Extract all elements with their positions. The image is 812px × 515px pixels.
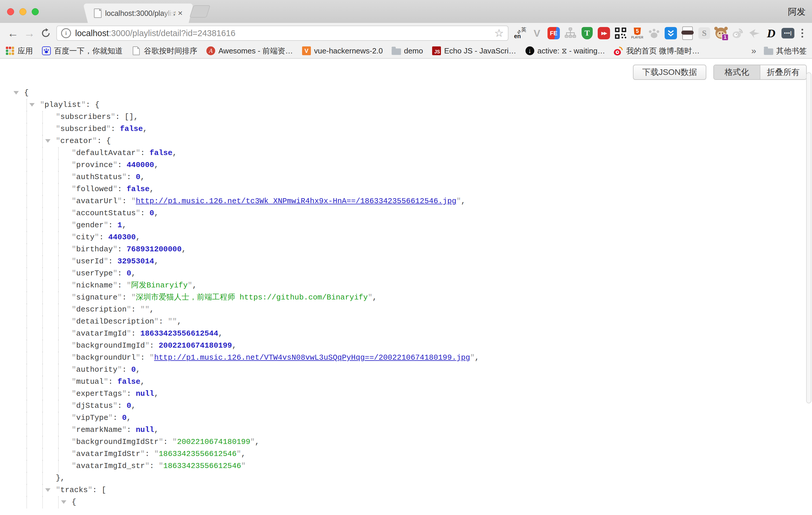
collapse-triangle-icon[interactable]: [61, 500, 66, 504]
json-token: :: [149, 462, 158, 470]
collapse-all-button[interactable]: 折叠所有: [760, 65, 806, 79]
json-line: "defaultAvatar": false,: [0, 147, 793, 159]
indent-guide: [42, 388, 43, 400]
json-token: backgroundImgIdStr: [76, 437, 159, 446]
indent-guide: [58, 424, 59, 436]
translate-icon[interactable]: 英en⇄: [514, 26, 527, 40]
reload-button[interactable]: [37, 25, 54, 41]
onepassword-icon[interactable]: •••|: [781, 26, 794, 40]
json-line: "detailDescription": "",: [0, 316, 793, 328]
weibo-gray-icon[interactable]: [731, 26, 744, 40]
collapse-triangle-icon[interactable]: [29, 103, 35, 107]
bookmark-item[interactable]: AAwesomes - 前端资…: [206, 46, 293, 56]
json-token: 0: [136, 173, 140, 181]
bookmark-label: Awesomes - 前端资…: [219, 46, 293, 56]
json-line: "authority": 0,: [0, 364, 793, 376]
fehelper-icon[interactable]: FE: [547, 26, 560, 40]
json-token: :: [117, 185, 126, 194]
window-zoom-button[interactable]: [32, 8, 39, 15]
json-token: 440000: [126, 161, 154, 169]
download-json-button[interactable]: 下载JSON数据: [633, 65, 706, 80]
format-button[interactable]: 格式化: [714, 65, 760, 79]
indent-guide: [26, 424, 27, 436]
video-speed-icon[interactable]: ▶▶: [598, 26, 610, 40]
indent-guide: [42, 147, 43, 159]
json-token: ,: [122, 221, 127, 230]
forward-button[interactable]: →: [21, 25, 37, 41]
new-tab-button[interactable]: [190, 5, 210, 18]
collapse-triangle-icon[interactable]: [13, 91, 19, 94]
paw-icon[interactable]: [647, 26, 661, 40]
monkey-icon[interactable]: 1: [715, 26, 727, 40]
json-token: ": [117, 293, 122, 302]
indent-guide: [58, 280, 59, 291]
bookmarks-overflow-chevron[interactable]: »: [751, 46, 756, 56]
indent-guide: [26, 123, 27, 135]
indent-guide: [42, 472, 43, 484]
bookmark-item[interactable]: demo: [392, 46, 423, 56]
bookmark-item[interactable]: Vvue-hackernews-2.0: [302, 46, 383, 56]
letter-s-icon[interactable]: S: [698, 26, 711, 40]
json-token: ": [71, 401, 76, 410]
browser-tab[interactable]: localhost:3000/playlist/detail?i ×: [90, 3, 187, 23]
bookmark-item[interactable]: JSEcho JS - JavaScri…: [432, 46, 516, 56]
browser-profile-name[interactable]: 阿发: [788, 6, 806, 18]
browser-menu-button[interactable]: [797, 26, 807, 40]
json-token: userId: [76, 257, 104, 266]
window-close-button[interactable]: [7, 8, 14, 15]
collapse-triangle-icon[interactable]: [45, 139, 51, 143]
json-token: ": [56, 124, 60, 133]
letter-d-icon[interactable]: D: [765, 26, 778, 40]
qrcode-icon[interactable]: [614, 26, 627, 40]
other-bookmarks-folder[interactable]: 其他书签: [764, 46, 807, 56]
bookmark-item[interactable]: 谷歌按时间排序: [132, 46, 197, 56]
indent-guide: [58, 183, 59, 195]
html5-player-icon[interactable]: 5PLAYER: [631, 26, 644, 40]
json-token: ,: [182, 245, 186, 254]
bookmark-item[interactable]: 百度一下，你就知道: [42, 46, 123, 56]
json-token: djStatus: [76, 401, 113, 410]
sitemap-icon[interactable]: [564, 26, 577, 40]
indent-guide: [58, 364, 59, 376]
download-arrows-icon[interactable]: [664, 26, 677, 40]
tab-close-icon[interactable]: ×: [178, 9, 182, 17]
bookmark-item[interactable]: ↓active: ⧖ - waiting…: [525, 46, 605, 56]
green-shield-icon[interactable]: T: [581, 26, 593, 40]
indent-guide: [58, 448, 59, 460]
window-minimize-button[interactable]: [19, 8, 26, 15]
json-token: ,: [136, 233, 140, 241]
json-link[interactable]: http://p1.music.126.net/tc3Wk_XNPmwiR4hx…: [136, 197, 456, 205]
bookmark-star-icon[interactable]: ☆: [494, 28, 504, 38]
back-button[interactable]: ←: [5, 25, 21, 41]
json-token: 32953014: [117, 257, 154, 266]
json-line: "backgroundImgId": 2002210674180199,: [0, 340, 793, 352]
json-link[interactable]: http://p1.music.126.net/VTW4vsN08vwL3uSQ…: [154, 353, 470, 362]
indent-guide: [58, 460, 59, 472]
json-token: ": [111, 112, 115, 121]
collapse-triangle-icon[interactable]: [45, 488, 51, 492]
json-token: ": [136, 209, 140, 218]
json-token: ,: [131, 269, 136, 278]
json-token: 阿发Binaryify: [131, 281, 187, 290]
scrollbar-thumb[interactable]: [806, 72, 811, 403]
bookmark-item[interactable]: 我的首页 微博-随时…: [614, 46, 700, 56]
json-token: ": [113, 185, 117, 194]
address-bar[interactable]: i localhost:3000/playlist/detail?id=2438…: [56, 26, 509, 41]
json-token: ,: [154, 161, 159, 169]
json-line: "nickname": "阿发Binaryify",: [0, 280, 793, 291]
json-token: ": [187, 281, 192, 290]
json-token: ": [149, 353, 154, 362]
json-token: :: [163, 437, 172, 446]
indent-guide: [42, 280, 43, 291]
vue-icon[interactable]: V: [530, 26, 543, 40]
json-token: ": [71, 329, 76, 338]
hummingbird-icon[interactable]: [748, 26, 761, 40]
json-token: :: [122, 293, 131, 302]
json-token: ,: [218, 329, 223, 338]
indent-guide: [26, 159, 27, 171]
json-token: 1: [117, 221, 122, 230]
page-info-icon[interactable]: i: [61, 28, 71, 38]
masked-page-icon[interactable]: [681, 26, 694, 40]
bookmark-item[interactable]: 应用: [5, 46, 33, 56]
json-token: ": [108, 413, 113, 422]
